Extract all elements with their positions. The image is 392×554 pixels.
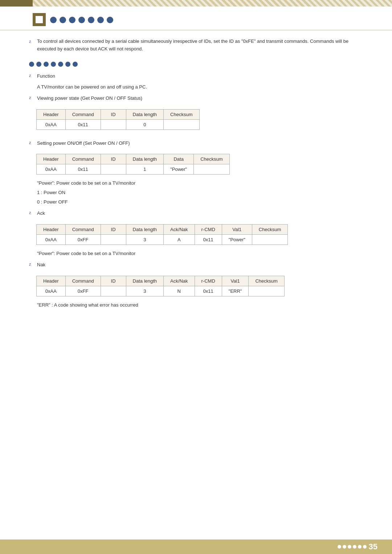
function-description: A TV/monitor can be powered on and off u… [37, 83, 363, 91]
function-label: Function [37, 73, 363, 80]
th-header-ack: Header [37, 224, 66, 234]
td-data-set: "Power" [164, 164, 194, 175]
td-header-get: 0xAA [37, 119, 66, 130]
th-command-get: Command [65, 109, 101, 119]
power-note-main: "Power": Power code to be set on a TV/mo… [37, 179, 363, 187]
ack-label: Ack [37, 210, 363, 217]
page-dot-1 [338, 545, 341, 549]
title-dot-1 [50, 17, 57, 23]
ack-item: z Ack [29, 210, 363, 217]
nak-bullet: z [29, 262, 33, 266]
table-ack: Header Command ID Data length Ack/Nak r-… [36, 224, 288, 245]
th-command-set: Command [65, 154, 101, 164]
th-datalength-set: Data length [126, 154, 164, 164]
page-dot-2 [343, 545, 346, 549]
nak-label: Nak [37, 261, 363, 268]
td-acknak-ack: A [164, 234, 195, 245]
th-checksum-ack: Checksum [252, 224, 287, 234]
top-decorative-bar [0, 0, 392, 7]
th-id-set: ID [101, 154, 126, 164]
heading-dot-1 [29, 62, 34, 67]
table-row: 0xAA 0x11 1 "Power" [37, 164, 230, 175]
ack-note: "Power": Power code to be set on a TV/mo… [37, 250, 363, 258]
table-nak: Header Command ID Data length Ack/Nak r-… [36, 276, 285, 296]
td-header-set: 0xAA [37, 164, 66, 175]
td-checksum-get [164, 119, 199, 130]
th-command-ack: Command [65, 224, 101, 234]
th-command-nak: Command [65, 276, 101, 286]
intro-text: To control all devices connected by a se… [37, 38, 363, 53]
header-section [0, 7, 392, 30]
bottom-bar: 35 [0, 539, 392, 554]
title-dot-6 [97, 17, 104, 23]
th-checksum-nak: Checksum [249, 276, 284, 286]
th-val1-nak: Val1 [222, 276, 249, 286]
th-acknak-nak: Ack/Nak [164, 276, 195, 286]
td-id-set [101, 164, 126, 175]
table-row: 0xAA 0xFF 3 A 0x11 "Power" [37, 234, 288, 245]
function-item: z Function [29, 73, 363, 80]
main-content: z To control all devices connected by a … [0, 30, 392, 340]
th-id-nak: ID [101, 276, 126, 286]
td-rcmd-nak: 0x11 [195, 286, 222, 296]
viewing-label: Viewing power state (Get Power ON / OFF … [37, 95, 363, 102]
setting-power-item: z Setting power ON/Off (Set Power ON / O… [29, 140, 363, 147]
th-header-nak: Header [37, 276, 66, 286]
th-header-set: Header [37, 154, 66, 164]
nak-note: "ERR" : A code showing what error has oc… [37, 301, 363, 309]
intro-note: z To control all devices connected by a … [29, 38, 363, 53]
table-get-power: Header Command ID Data length Checksum 0… [36, 109, 200, 130]
heading-dot-5 [58, 62, 63, 67]
th-datalength-get: Data length [126, 109, 164, 119]
td-datalength-set: 1 [126, 164, 164, 175]
viewing-power-item: z Viewing power state (Get Power ON / OF… [29, 95, 363, 102]
th-data-set: Data [164, 154, 194, 164]
td-command-nak: 0xFF [65, 286, 101, 296]
th-acknak-ack: Ack/Nak [164, 224, 195, 234]
th-rcmd-ack: r-CMD [195, 224, 222, 234]
title-dot-7 [107, 17, 113, 23]
title-icon-row [50, 17, 113, 23]
intro-bullet: z [29, 38, 33, 45]
heading-dot-4 [51, 62, 56, 67]
th-header-get: Header [37, 109, 66, 119]
page-dot-6 [363, 545, 367, 549]
td-acknak-nak: N [164, 286, 195, 296]
td-header-nak: 0xAA [37, 286, 66, 296]
heading-dot-7 [73, 62, 78, 67]
section-heading [29, 62, 363, 67]
page-num-dots [338, 545, 367, 549]
page-dot-5 [358, 545, 362, 549]
page-dot-3 [348, 545, 351, 549]
power-note-0: 0 : Power OFF [37, 198, 363, 206]
heading-dot-6 [65, 62, 70, 67]
th-rcmd-nak: r-CMD [195, 276, 222, 286]
page-dot-4 [353, 545, 356, 549]
function-bullet: z [29, 73, 33, 78]
td-command-set: 0x11 [65, 164, 101, 175]
td-datalength-nak: 3 [126, 286, 164, 296]
table-set-power: Header Command ID Data length Data Check… [36, 154, 230, 175]
td-val1-ack: "Power" [222, 234, 252, 245]
td-command-ack: 0xFF [65, 234, 101, 245]
heading-dot-2 [36, 62, 41, 67]
page-number: 35 [369, 542, 377, 551]
td-checksum-ack [252, 234, 287, 245]
th-datalength-ack: Data length [126, 224, 164, 234]
title-dot-3 [69, 17, 75, 23]
th-id-ack: ID [101, 224, 126, 234]
td-header-ack: 0xAA [37, 234, 66, 245]
td-id-ack [101, 234, 126, 245]
td-datalength-get: 0 [126, 119, 164, 130]
table-row: 0xAA 0xFF 3 N 0x11 "ERR" [37, 286, 285, 296]
td-id-get [101, 119, 126, 130]
setting-bullet: z [29, 140, 33, 145]
page-number-area: 35 [338, 542, 377, 551]
power-note-1: 1 : Power ON [37, 189, 363, 197]
title-dot-4 [78, 17, 85, 23]
heading-dot-3 [44, 62, 49, 67]
td-val1-nak: "ERR" [222, 286, 249, 296]
th-checksum-set: Checksum [194, 154, 229, 164]
th-id-get: ID [101, 109, 126, 119]
ack-bullet: z [29, 210, 33, 215]
